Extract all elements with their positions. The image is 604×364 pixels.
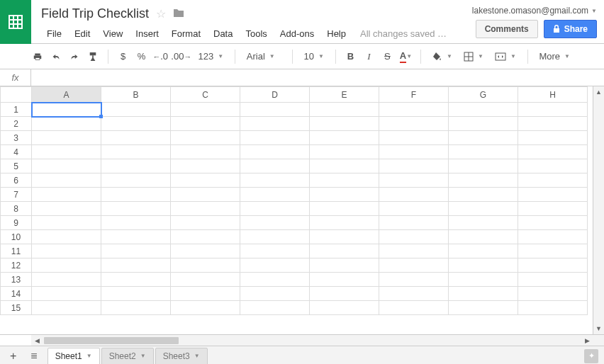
cell-B13[interactable] — [101, 273, 171, 287]
folder-icon[interactable] — [173, 8, 184, 20]
more-button[interactable]: More▼ — [535, 50, 574, 63]
cell-D14[interactable] — [240, 287, 310, 301]
tab-menu-icon[interactable]: ▼ — [140, 353, 146, 359]
cell-H10[interactable] — [518, 230, 588, 244]
cell-G12[interactable] — [449, 258, 518, 273]
cell-H9[interactable] — [518, 216, 588, 230]
row-header-11[interactable]: 11 — [1, 244, 32, 258]
cell-E3[interactable] — [310, 131, 379, 145]
row-header-3[interactable]: 3 — [1, 131, 32, 145]
cell-H4[interactable] — [518, 145, 588, 159]
cell-G7[interactable] — [449, 188, 518, 202]
all-sheets-button[interactable]: ≡ — [26, 347, 41, 365]
cell-F2[interactable] — [379, 117, 449, 131]
increase-decimal-button[interactable]: .00→ — [172, 48, 191, 65]
user-account[interactable]: lakestone.omason@gmail.com ▼ — [472, 6, 597, 16]
menu-add-ons[interactable]: Add-ons — [274, 27, 320, 40]
spreadsheet-grid[interactable]: ABCDEFGH123456789101112131415 — [0, 86, 588, 315]
redo-button[interactable] — [67, 48, 82, 65]
cell-G1[interactable] — [449, 103, 518, 117]
percent-button[interactable]: % — [134, 48, 150, 65]
cell-H7[interactable] — [518, 188, 588, 202]
cell-E14[interactable] — [310, 287, 379, 301]
cell-D9[interactable] — [240, 216, 310, 230]
cell-B1[interactable] — [101, 103, 171, 117]
cell-F12[interactable] — [379, 258, 449, 273]
number-format-dropdown[interactable]: 123▼ — [194, 50, 228, 63]
row-header-6[interactable]: 6 — [1, 174, 32, 188]
cell-F4[interactable] — [379, 145, 449, 159]
cell-C3[interactable] — [171, 131, 240, 145]
italic-button[interactable]: I — [361, 48, 376, 65]
row-header-14[interactable]: 14 — [1, 287, 32, 301]
fill-color-button[interactable]: ▼ — [428, 50, 457, 63]
cell-E5[interactable] — [310, 159, 379, 174]
cell-A13[interactable] — [32, 273, 101, 287]
share-button[interactable]: Share — [544, 20, 597, 38]
cell-B3[interactable] — [101, 131, 171, 145]
comments-button[interactable]: Comments — [476, 20, 538, 38]
cell-D15[interactable] — [240, 301, 310, 315]
cell-B15[interactable] — [101, 301, 171, 315]
formula-input[interactable] — [31, 69, 604, 86]
cell-G8[interactable] — [449, 202, 518, 216]
cell-F7[interactable] — [379, 188, 449, 202]
cell-B10[interactable] — [101, 230, 171, 244]
sheets-logo[interactable] — [0, 0, 31, 44]
print-button[interactable] — [30, 48, 45, 65]
cell-A4[interactable] — [32, 145, 101, 159]
cell-B11[interactable] — [101, 244, 171, 258]
row-header-13[interactable]: 13 — [1, 273, 32, 287]
column-header-H[interactable]: H — [518, 87, 588, 103]
cell-C6[interactable] — [171, 174, 240, 188]
row-header-2[interactable]: 2 — [1, 117, 32, 131]
cell-G13[interactable] — [449, 273, 518, 287]
cell-A10[interactable] — [32, 230, 101, 244]
column-header-A[interactable]: A — [32, 87, 101, 103]
column-header-D[interactable]: D — [240, 87, 310, 103]
cell-E12[interactable] — [310, 258, 379, 273]
menu-format[interactable]: Format — [166, 27, 206, 40]
currency-button[interactable]: $ — [116, 48, 131, 65]
explore-button[interactable]: ✦ — [584, 349, 598, 363]
row-header-4[interactable]: 4 — [1, 145, 32, 159]
cell-A9[interactable] — [32, 216, 101, 230]
cell-H3[interactable] — [518, 131, 588, 145]
cell-E2[interactable] — [310, 117, 379, 131]
cell-D8[interactable] — [240, 202, 310, 216]
cell-H15[interactable] — [518, 301, 588, 315]
cell-B12[interactable] — [101, 258, 171, 273]
undo-button[interactable] — [48, 48, 64, 65]
row-header-1[interactable]: 1 — [1, 103, 32, 117]
menu-help[interactable]: Help — [321, 27, 352, 40]
cell-A11[interactable] — [32, 244, 101, 258]
cell-E4[interactable] — [310, 145, 379, 159]
cell-F15[interactable] — [379, 301, 449, 315]
cell-A3[interactable] — [32, 131, 101, 145]
cell-A5[interactable] — [32, 159, 101, 174]
cell-G9[interactable] — [449, 216, 518, 230]
cell-A6[interactable] — [32, 174, 101, 188]
cell-G3[interactable] — [449, 131, 518, 145]
cell-G2[interactable] — [449, 117, 518, 131]
cell-E10[interactable] — [310, 230, 379, 244]
cell-A2[interactable] — [32, 117, 101, 131]
cell-C11[interactable] — [171, 244, 240, 258]
menu-edit[interactable]: Edit — [69, 27, 96, 40]
row-header-7[interactable]: 7 — [1, 188, 32, 202]
cell-F6[interactable] — [379, 174, 449, 188]
cell-A15[interactable] — [32, 301, 101, 315]
cell-H1[interactable] — [518, 103, 588, 117]
cell-D4[interactable] — [240, 145, 310, 159]
scroll-up-icon[interactable]: ▲ — [593, 86, 604, 98]
add-sheet-button[interactable]: + — [6, 347, 21, 365]
cell-C4[interactable] — [171, 145, 240, 159]
cell-F10[interactable] — [379, 230, 449, 244]
star-icon[interactable]: ☆ — [156, 7, 166, 21]
cell-E9[interactable] — [310, 216, 379, 230]
cell-G6[interactable] — [449, 174, 518, 188]
decrease-decimal-button[interactable]: ←.0 — [152, 48, 169, 65]
row-header-12[interactable]: 12 — [1, 258, 32, 273]
paint-format-button[interactable] — [85, 48, 101, 65]
cell-C10[interactable] — [171, 230, 240, 244]
